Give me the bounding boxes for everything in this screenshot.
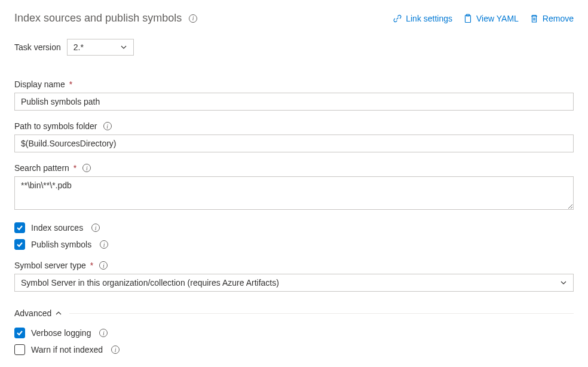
symbols-folder-input[interactable]	[14, 134, 574, 152]
info-icon[interactable]: i	[103, 122, 112, 130]
index-sources-label: Index sources	[31, 223, 83, 233]
info-icon[interactable]: i	[91, 224, 100, 232]
info-icon[interactable]: i	[99, 329, 108, 337]
check-icon	[16, 224, 23, 231]
link-icon	[393, 14, 402, 23]
index-sources-checkbox[interactable]	[14, 222, 25, 233]
chevron-down-icon	[120, 44, 127, 51]
publish-symbols-checkbox[interactable]	[14, 239, 25, 250]
page-title: Index sources and publish symbols	[14, 12, 182, 25]
task-version-label: Task version	[14, 42, 61, 52]
task-version-value: 2.*	[74, 42, 84, 52]
remove-button[interactable]: Remove	[529, 14, 574, 23]
display-name-input[interactable]	[14, 93, 574, 111]
info-icon[interactable]: i	[99, 261, 108, 270]
view-yaml-label: View YAML	[476, 14, 519, 23]
info-icon[interactable]: i	[100, 240, 108, 249]
symbol-server-type-select[interactable]: Symbol Server in this organization/colle…	[14, 274, 574, 292]
advanced-section-toggle[interactable]: Advanced	[14, 308, 574, 318]
chevron-down-icon	[560, 279, 567, 286]
link-settings-button[interactable]: Link settings	[393, 14, 452, 23]
required-marker: *	[90, 261, 93, 270]
required-marker: *	[69, 79, 72, 89]
verbose-logging-checkbox[interactable]	[14, 328, 25, 338]
info-icon[interactable]: i	[189, 14, 197, 23]
warn-if-not-indexed-label: Warn if not indexed	[31, 345, 103, 354]
symbol-server-type-label: Symbol server type	[14, 261, 86, 270]
remove-label: Remove	[543, 14, 574, 23]
required-marker: *	[74, 163, 76, 173]
chevron-up-icon	[55, 310, 62, 317]
advanced-section-title: Advanced	[14, 308, 51, 318]
search-pattern-label: Search pattern	[14, 163, 69, 173]
symbol-server-type-value: Symbol Server in this organization/colle…	[21, 278, 279, 288]
clipboard-icon	[463, 14, 473, 23]
symbols-folder-label: Path to symbols folder	[14, 121, 97, 131]
search-pattern-input[interactable]	[14, 176, 574, 210]
view-yaml-button[interactable]: View YAML	[463, 14, 519, 23]
info-icon[interactable]: i	[82, 164, 91, 172]
verbose-logging-label: Verbose logging	[31, 328, 91, 338]
warn-if-not-indexed-checkbox[interactable]	[14, 344, 25, 355]
publish-symbols-label: Publish symbols	[31, 240, 91, 249]
task-version-select[interactable]: 2.*	[67, 39, 134, 56]
link-settings-label: Link settings	[406, 14, 452, 23]
check-icon	[16, 241, 23, 248]
trash-icon	[529, 14, 539, 23]
section-divider	[69, 313, 574, 314]
check-icon	[16, 329, 23, 337]
display-name-label: Display name	[14, 79, 65, 89]
info-icon[interactable]: i	[111, 345, 120, 354]
